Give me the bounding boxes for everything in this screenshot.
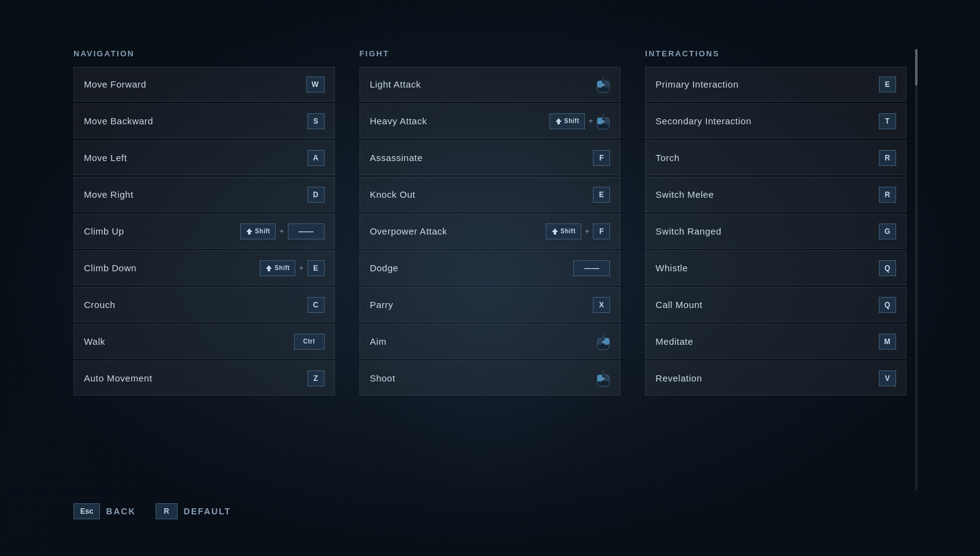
keybind-row-interactions-8[interactable]: RevelationV [645,361,907,396]
action-name: Walk [84,336,105,347]
action-name: Overpower Attack [370,226,447,236]
key-badge: Shift+—— [240,224,324,239]
svg-rect-13 [602,120,605,123]
keybind-row-navigation-6[interactable]: CrouchC [74,287,335,322]
action-name: Move Right [84,189,134,200]
svg-rect-6 [602,83,605,86]
action-name: Move Left [84,152,127,163]
keybind-row-navigation-0[interactable]: Move ForwardW [74,67,335,102]
bottom-bar: EscBACKRDEFAULT [74,491,907,519]
key-badge: V [879,370,896,386]
column-header-fight: FIGHT [360,49,621,58]
keybind-row-navigation-8[interactable]: Auto MovementZ [74,361,335,396]
key-badge: M [879,334,897,350]
key-badge: E [593,187,610,203]
bottom-key: Esc [74,503,100,519]
keybind-row-navigation-5[interactable]: Climb DownShift+E [74,250,335,285]
column-navigation: NAVIGATIONMove ForwardWMove BackwardSMov… [74,49,335,491]
keybind-row-interactions-6[interactable]: Call MountQ [645,287,907,322]
action-name: Climb Down [84,263,137,273]
key-badge: R [879,187,896,203]
action-name: Primary Interaction [655,79,738,89]
svg-rect-23 [597,375,603,381]
svg-marker-15 [552,228,558,235]
action-name: Aim [370,336,386,347]
column-header-interactions: INTERACTIONS [645,49,907,58]
action-name: Torch [655,152,679,163]
scrollbar[interactable] [915,49,918,491]
keybind-row-fight-3[interactable]: Knock OutE [360,177,621,212]
key-badge: R [879,150,896,166]
keybind-row-interactions-5[interactable]: WhistleQ [645,250,907,285]
keybind-row-fight-0[interactable]: Light Attack [360,67,621,102]
action-name: Meditate [655,336,693,347]
keybind-row-interactions-1[interactable]: Secondary InteractionT [645,103,907,138]
main-content: NAVIGATIONMove ForwardWMove BackwardSMov… [0,0,980,556]
column-header-navigation: NAVIGATION [74,49,335,58]
action-name: Climb Up [84,226,124,236]
key-badge: Z [307,370,325,386]
svg-rect-4 [604,81,609,88]
keybind-row-interactions-2[interactable]: TorchR [645,140,907,175]
key-badge: D [307,187,325,203]
bottom-action-label: DEFAULT [184,506,232,516]
key-badge: S [307,113,325,129]
keybind-row-navigation-4[interactable]: Climb UpShift+—— [74,214,335,249]
svg-marker-1 [266,265,272,271]
keybind-row-interactions-4[interactable]: Switch RangedG [645,214,907,249]
keybind-row-fight-6[interactable]: ParryX [360,287,621,322]
svg-marker-8 [556,118,562,124]
svg-rect-11 [604,118,609,124]
action-name: Knock Out [370,189,416,200]
rows-navigation: Move ForwardWMove BackwardSMove LeftAMov… [74,67,335,397]
key-badge: E [879,77,896,92]
action-name: Whistle [655,263,688,273]
keybind-row-navigation-7[interactable]: WalkCtrl [74,324,335,359]
scrollbar-thumb [915,49,918,86]
key-badge: T [879,113,896,129]
key-badge: Ctrl [294,334,325,350]
key-badge: X [593,297,610,313]
keybind-row-interactions-3[interactable]: Switch MeleeR [645,177,907,212]
bottom-action-0[interactable]: EscBACK [74,503,136,519]
key-badge [597,76,610,93]
keybind-row-interactions-0[interactable]: Primary InteractionE [645,67,907,102]
rows-fight: Light Attack Heavy AttackShift+ Assassin… [360,67,621,397]
action-name: Move Backward [84,116,153,126]
svg-marker-0 [246,228,252,235]
keybind-columns: NAVIGATIONMove ForwardWMove BackwardSMov… [74,49,907,491]
action-name: Light Attack [370,79,421,89]
action-name: Switch Ranged [655,226,721,236]
key-badge: Shift+E [260,260,324,276]
bottom-action-1[interactable]: RDEFAULT [156,503,232,519]
keybind-row-navigation-1[interactable]: Move BackwardS [74,103,335,138]
key-badge: C [307,297,325,313]
keybind-row-navigation-3[interactable]: Move RightD [74,177,335,212]
key-badge: Q [879,297,896,313]
action-name: Call Mount [655,299,703,310]
keybind-row-fight-1[interactable]: Heavy AttackShift+ [360,103,621,138]
bottom-action-label: BACK [106,506,135,516]
svg-rect-17 [597,338,603,345]
column-interactions: INTERACTIONSPrimary InteractionESecondar… [645,49,907,491]
action-name: Switch Melee [655,189,714,200]
keybind-row-fight-5[interactable]: Dodge—— [360,250,621,285]
keybind-row-fight-8[interactable]: Shoot [360,361,621,396]
key-badge [597,333,610,350]
keybind-row-interactions-7[interactable]: MeditateM [645,324,907,359]
key-badge: F [593,150,610,166]
svg-rect-3 [597,81,603,88]
keybind-row-fight-2[interactable]: AssassinateF [360,140,621,175]
key-badge: G [879,224,896,239]
action-name: Crouch [84,299,115,310]
svg-rect-20 [602,340,605,344]
column-fight: FIGHTLight Attack Heavy AttackShift+ Ass… [360,49,621,491]
bottom-key: R [156,503,178,519]
keybind-row-fight-7[interactable]: Aim [360,324,621,359]
svg-rect-24 [604,375,609,381]
svg-rect-18 [604,338,609,345]
key-badge: Shift+ [549,113,610,130]
keybind-row-navigation-2[interactable]: Move LeftA [74,140,335,175]
action-name: Auto Movement [84,373,153,383]
keybind-row-fight-4[interactable]: Overpower AttackShift+F [360,214,621,249]
